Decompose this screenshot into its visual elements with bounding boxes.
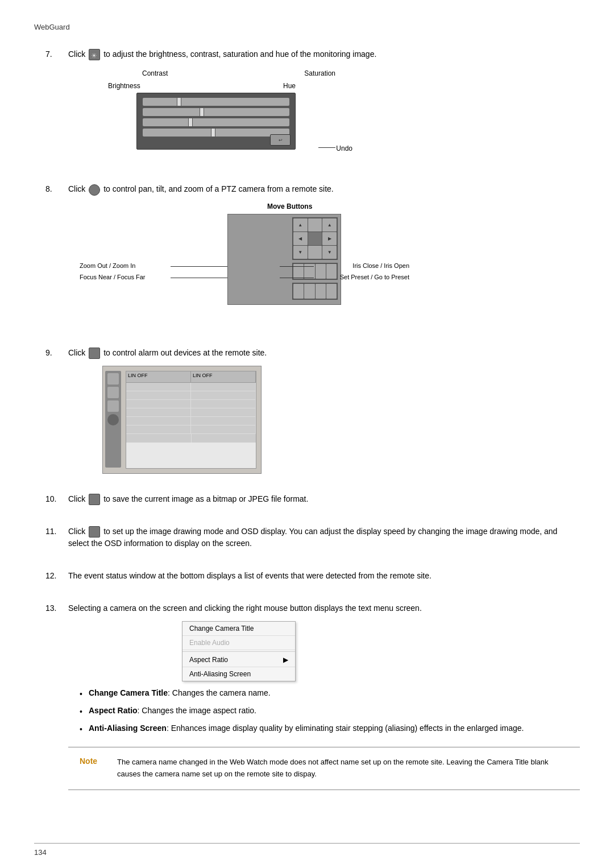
item-number-13: 13. (45, 602, 68, 613)
item-8: 8. Click to control pan, tilt, and zoom … (45, 183, 580, 333)
undo-label: Undo (336, 144, 352, 152)
item-12: 12. The event status window at the botto… (45, 570, 580, 589)
note-label: Note (80, 757, 108, 766)
bullet-term-3: Anti-Aliasing Screen (89, 724, 167, 733)
context-menu-aspect-ratio: Aspect Ratio ▶ (182, 653, 295, 667)
context-menu-separator (182, 651, 295, 652)
bullet-term-2: Aspect Ratio (89, 706, 138, 715)
item-number-12: 12. (45, 570, 68, 580)
item-number-9: 9. (45, 347, 68, 357)
item-7-text: Click to adjust the brightness, contrast… (68, 48, 580, 60)
bullet-list: • Change Camera Title: Changes the camer… (80, 687, 580, 735)
bullet-term-1: Change Camera Title (89, 688, 168, 697)
move-buttons-label: Move Buttons (267, 202, 312, 210)
iris-label: Iris Close / Iris Open (352, 262, 409, 269)
ptz-diagram: Move Buttons ▲ ▲ ◀ ▶ ▼ (68, 202, 580, 328)
alarm-icon (89, 348, 100, 359)
brightness-label: Brightness (108, 82, 140, 90)
item-9-text: Click to control alarm out devices at th… (68, 347, 580, 359)
context-menu-anti-aliasing: Anti-Aliasing Screen (182, 667, 295, 681)
item-number-11: 11. (45, 526, 68, 536)
item-7-content: Click to adjust the brightness, contrast… (68, 48, 580, 170)
item-11-content: Click to set up the image drawing mode a… (68, 526, 580, 556)
saturation-label: Saturation (304, 69, 335, 77)
item-13-text: Selecting a camera on the screen and cli… (68, 602, 580, 614)
hue-label: Hue (283, 82, 296, 90)
osd-icon (89, 526, 100, 538)
contrast-label: Contrast (142, 69, 168, 77)
header-title: WebGuard (34, 23, 70, 31)
item-13: 13. Selecting a camera on the screen and… (45, 602, 580, 801)
item-number-8: 8. (45, 183, 68, 193)
item-9-content: Click to control alarm out devices at th… (68, 347, 580, 480)
item-number-7: 7. (45, 48, 68, 59)
bullet-item-2: • Aspect Ratio: Changes the image aspect… (80, 705, 580, 718)
item-10: 10. Click to save the current image as a… (45, 493, 580, 512)
alarm-diagram: LIN OFF LIN OFF (68, 366, 580, 474)
bullet-item-1: • Change Camera Title: Changes the camer… (80, 687, 580, 700)
item-7: 7. Click to adjust the brightness, contr… (45, 48, 580, 170)
page-footer: 134 (34, 843, 580, 857)
note-text: The camera name changed in the Web Watch… (117, 757, 569, 780)
preset-label: Set Preset / Go to Preset (340, 274, 409, 280)
context-menu-diagram: Change Camera Title Enable Audio Aspect … (182, 621, 580, 681)
focus-label: Focus Near / Focus Far (80, 274, 146, 280)
item-11: 11. Click to set up the image drawing mo… (45, 526, 580, 556)
item-12-content: The event status window at the bottom di… (68, 570, 580, 589)
brightness-icon (89, 49, 100, 60)
brightness-diagram: Contrast Saturation Brightness Hue (68, 67, 580, 164)
ptz-icon (89, 184, 100, 196)
context-menu-enable-audio: Enable Audio (182, 636, 295, 650)
note-box: Note The camera name changed in the Web … (68, 747, 580, 790)
zoom-label: Zoom Out / Zoom In (80, 262, 135, 269)
bullet-item-3: • Anti-Aliasing Screen: Enhances image d… (80, 722, 580, 735)
item-number-10: 10. (45, 493, 68, 503)
item-8-text: Click to control pan, tilt, and zoom of … (68, 183, 580, 195)
context-menu: Change Camera Title Enable Audio Aspect … (182, 621, 296, 681)
page-number: 134 (34, 848, 47, 857)
item-10-content: Click to save the current image as a bit… (68, 493, 580, 512)
item-10-text: Click to save the current image as a bit… (68, 493, 580, 505)
page-header: WebGuard (34, 23, 580, 31)
item-9: 9. Click to control alarm out devices at… (45, 347, 580, 480)
page-container: WebGuard 7. Click to adjust the brightne… (0, 0, 614, 849)
context-menu-change-camera: Change Camera Title (182, 622, 295, 636)
item-13-content: Selecting a camera on the screen and cli… (68, 602, 580, 801)
content-area: 7. Click to adjust the brightness, contr… (34, 48, 580, 801)
item-12-text: The event status window at the bottom di… (68, 570, 580, 582)
save-icon (89, 494, 100, 505)
item-8-content: Click to control pan, tilt, and zoom of … (68, 183, 580, 333)
item-11-text: Click to set up the image drawing mode a… (68, 526, 580, 549)
